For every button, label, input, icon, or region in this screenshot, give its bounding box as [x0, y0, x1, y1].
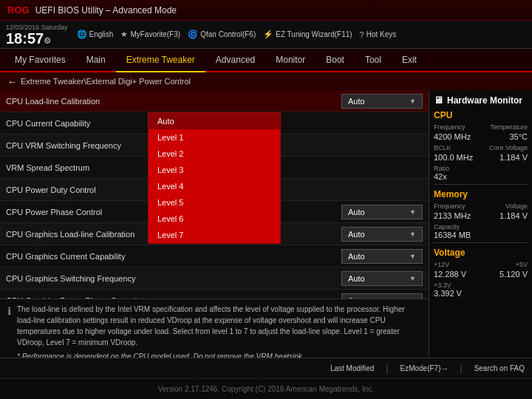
qfan-control-btn[interactable]: 🌀 Qfan Control(F6)	[188, 30, 256, 39]
nav-boot[interactable]: Boot	[316, 48, 355, 72]
volt-5-value: 5.120 V	[499, 270, 528, 279]
ez-tuning-btn[interactable]: ⚡ EZ Tuning Wizard(F11)	[263, 30, 352, 39]
cpu-corevoltage-label: Core Voltage	[489, 144, 528, 151]
mem-voltage-value: 1.184 V	[499, 211, 528, 220]
nav-my-favorites[interactable]: My Favorites	[4, 48, 76, 72]
dropdown-btn-7[interactable]: Auto▼	[341, 249, 423, 264]
cpu-freq-value: 4200 MHz	[434, 132, 471, 141]
setting-row-7[interactable]: CPU Graphics Current CapabilityAuto▼	[0, 245, 429, 267]
globe-icon: 🌐	[77, 30, 87, 39]
setting-row-0[interactable]: CPU Load-line CalibrationAuto▼	[0, 90, 429, 112]
hot-keys-btn[interactable]: ? Hot Keys	[360, 30, 397, 39]
rog-logo: ROG	[7, 4, 30, 16]
nav-main[interactable]: Main	[76, 48, 116, 72]
hardware-monitor-title: 🖥 Hardware Monitor	[434, 95, 528, 106]
dropdown-btn-9[interactable]: Auto▼	[341, 293, 423, 299]
cpu-freq-row: Frequency Temperature	[434, 123, 528, 131]
mem-capacity-label: Capacity	[434, 223, 528, 231]
dropdown-btn-8[interactable]: Auto▼	[341, 271, 423, 286]
chevron-down-icon: ▼	[409, 231, 416, 238]
top-icons: 🌐 English ★ MyFavorite(F3) 🌀 Qfan Contro…	[77, 30, 526, 39]
bottom-bar: Last Modified | EzMode(F7)→ | Search on …	[0, 358, 532, 378]
nav-extreme-tweaker[interactable]: Extreme Tweaker	[116, 49, 205, 72]
setting-label-9: CPU Graphics Power Phase Control	[6, 296, 327, 299]
breadcrumb-path: Extreme Tweaker\External Digi+ Power Con…	[21, 77, 191, 86]
separator-1: |	[386, 364, 388, 374]
setting-label-8: CPU Graphics Switching Frequency	[6, 274, 327, 283]
memory-section-title: Memory	[434, 189, 528, 200]
nav-exit[interactable]: Exit	[392, 48, 427, 72]
nav-monitor[interactable]: Monitor	[265, 48, 316, 72]
dropdown-item-2[interactable]: Level 2	[149, 146, 280, 162]
volt-33-label: +3.3V	[434, 282, 528, 289]
info-panel: ℹ The load-line is defined by the Intel …	[0, 299, 429, 358]
language-selector[interactable]: 🌐 English	[77, 30, 114, 39]
dropdown-btn-0[interactable]: Auto▼	[341, 94, 423, 109]
info-bar: 12/03/2016 Saturday 18:57⚙ 🌐 English ★ M…	[0, 21, 532, 49]
dropdown-item-5[interactable]: Level 5	[149, 194, 280, 211]
time-display: 18:57⚙	[6, 31, 68, 46]
cpu-bclk-label: BCLK	[434, 144, 451, 151]
search-faq-btn[interactable]: Search on FAQ	[474, 364, 525, 372]
cpu-bclk-value: 100.0 MHz	[434, 153, 473, 162]
cpu-bclk-value-row: 100.0 MHz 1.184 V	[434, 153, 528, 163]
nav-menu: My Favorites Main Extreme Tweaker Advanc…	[0, 49, 532, 72]
ez-mode-btn[interactable]: EzMode(F7)→	[400, 364, 448, 372]
content-area: CPU Load-line CalibrationAuto▼CPU Curren…	[0, 90, 532, 358]
dropdown-item-3[interactable]: Level 3	[149, 162, 280, 178]
dropdown-item-6[interactable]: Level 6	[149, 211, 280, 227]
volt-12-row: +12V +5V	[434, 261, 528, 268]
volt-5-label: +5V	[516, 261, 528, 268]
dropdown-popup[interactable]: AutoLevel 1Level 2Level 3Level 4Level 5L…	[148, 112, 281, 244]
info-description: The load-line is defined by the Intel VR…	[17, 305, 405, 347]
settings-icon[interactable]: ⚙	[44, 36, 51, 45]
title-text: UEFI BIOS Utility – Advanced Mode	[35, 5, 177, 16]
hardware-monitor-panel: 🖥 Hardware Monitor CPU Frequency Tempera…	[429, 90, 532, 358]
footer-text: Version 2.17.1246. Copyright (C) 2016 Am…	[158, 385, 374, 393]
dropdown-item-0[interactable]: Auto	[149, 113, 280, 129]
setting-value-8: Auto▼	[327, 271, 423, 286]
settings-area: CPU Load-line CalibrationAuto▼CPU Curren…	[0, 90, 429, 299]
dropdown-item-4[interactable]: Level 4	[149, 178, 280, 194]
hw-divider-2	[434, 242, 528, 243]
cpu-freq-label: Frequency	[434, 123, 466, 131]
setting-row-9[interactable]: CPU Graphics Power Phase ControlAuto▼	[0, 290, 429, 299]
separator-2: |	[460, 364, 463, 374]
cpu-corevoltage-value: 1.184 V	[499, 153, 528, 162]
mem-freq-value: 2133 MHz	[434, 211, 471, 220]
volt-12-value-row: 12.288 V 5.120 V	[434, 270, 528, 280]
setting-value-7: Auto▼	[327, 249, 423, 264]
left-content: CPU Load-line CalibrationAuto▼CPU Curren…	[0, 90, 429, 358]
back-arrow-icon[interactable]: ←	[7, 76, 17, 87]
info-text-content: The load-line is defined by the Intel VR…	[17, 304, 421, 358]
chevron-down-icon: ▼	[409, 297, 416, 299]
dropdown-item-7[interactable]: Level 7	[149, 227, 280, 243]
monitor-icon: 🖥	[434, 95, 443, 106]
chevron-down-icon: ▼	[409, 208, 416, 216]
voltage-section-title: Voltage	[434, 248, 528, 258]
setting-row-8[interactable]: CPU Graphics Switching FrequencyAuto▼	[0, 267, 429, 290]
breadcrumb-bar: ← Extreme Tweaker\External Digi+ Power C…	[0, 72, 532, 90]
setting-value-5: Auto▼	[327, 205, 423, 219]
setting-value-9: Auto▼	[327, 293, 423, 299]
mem-freq-value-row: 2133 MHz 1.184 V	[434, 211, 528, 222]
star-icon: ★	[120, 30, 128, 39]
info-icon: ℹ	[7, 305, 11, 317]
nav-advanced[interactable]: Advanced	[205, 48, 265, 72]
nav-tool[interactable]: Tool	[355, 48, 392, 72]
mem-voltage-label: Voltage	[505, 202, 528, 210]
dropdown-btn-5[interactable]: Auto▼	[341, 205, 423, 219]
dropdown-item-1[interactable]: Level 1	[149, 129, 280, 146]
setting-value-6: Auto▼	[327, 227, 423, 242]
dropdown-btn-6[interactable]: Auto▼	[341, 227, 423, 242]
lightning-icon: ⚡	[263, 30, 273, 39]
last-modified-btn[interactable]: Last Modified	[330, 364, 374, 372]
my-favorite-btn[interactable]: ★ MyFavorite(F3)	[120, 30, 180, 39]
cpu-ratio-value: 42x	[434, 172, 528, 181]
cpu-bclk-row: BCLK Core Voltage	[434, 144, 528, 151]
cpu-section-title: CPU	[434, 110, 528, 120]
setting-value-0: Auto▼	[327, 94, 423, 109]
help-icon: ?	[360, 30, 364, 39]
fan-icon: 🌀	[188, 30, 198, 39]
chevron-down-icon: ▼	[409, 98, 416, 105]
